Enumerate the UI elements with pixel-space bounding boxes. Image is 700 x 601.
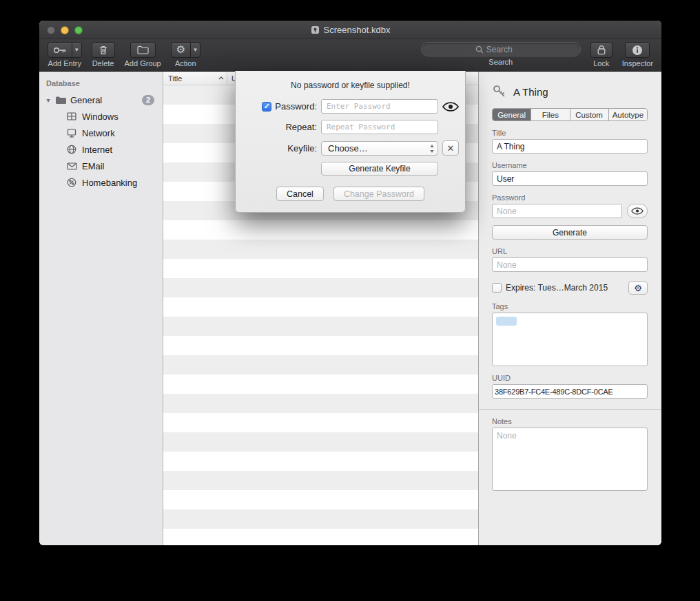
generate-keyfile-label: Generate Keyfile (349, 164, 410, 173)
eye-icon (631, 207, 644, 215)
popup-stepper-icon (429, 144, 435, 154)
url-input[interactable] (492, 257, 648, 272)
sidebar-group-general[interactable]: ▾ General 2 (39, 92, 163, 108)
sidebar-item-label: Windows (82, 112, 119, 122)
sidebar-item-network[interactable]: Network (39, 125, 163, 141)
search-field[interactable] (421, 42, 581, 56)
zoom-window-button[interactable] (74, 26, 83, 34)
search-input[interactable] (486, 45, 526, 54)
sidebar-item-label: Network (82, 128, 115, 138)
trash-icon (99, 45, 108, 55)
password-field-label: Password (492, 193, 648, 202)
tag-token[interactable] (496, 317, 517, 326)
password-label: Password: (275, 101, 317, 112)
entry-title: A Thing (513, 86, 548, 98)
inspector-toolbar-item: Inspector (622, 42, 653, 67)
sidebar-item-label: EMail (82, 161, 105, 171)
close-icon: ✕ (447, 143, 455, 154)
reveal-password-button[interactable] (627, 204, 648, 218)
repeat-label: Repeat: (285, 122, 317, 132)
sidebar: Database ▾ General 2 Windows (39, 72, 163, 545)
lock-button[interactable] (590, 42, 612, 58)
window-title-area: Screenshot.kdbx (311, 25, 391, 35)
dialog-message: No password or keyfile supplied! (236, 81, 465, 90)
keyfile-row-label: Keyfile: (287, 143, 317, 154)
change-password-button-label: Change Password (344, 189, 414, 199)
generate-keyfile-button[interactable]: Generate Keyfile (321, 162, 438, 176)
add-entry-dropdown-button[interactable]: ▾ (72, 43, 81, 57)
notes-placeholder: None (497, 431, 517, 441)
url-field-label: URL (492, 247, 648, 255)
expires-row: Expires: Tues…March 2015 ⚙ (492, 281, 648, 295)
sidebar-section-header: Database (39, 77, 163, 92)
title-input[interactable] (492, 139, 648, 154)
password-input[interactable] (492, 204, 622, 218)
action-button[interactable]: ⚙ ▾ (171, 42, 200, 58)
gear-icon: ⚙ (172, 43, 190, 57)
entry-header: A Thing (492, 84, 648, 99)
add-entry-button[interactable]: ▾ (48, 42, 82, 58)
inspector-panel: A Thing General Files Custom Autotype Ti… (478, 72, 661, 545)
search-icon (475, 45, 484, 54)
add-group-toolbar-item: Add Group (125, 42, 161, 67)
username-input[interactable] (492, 171, 648, 186)
expires-checkbox[interactable] (492, 283, 502, 293)
tab-general[interactable]: General (493, 109, 531, 120)
uuid-input[interactable] (492, 384, 648, 399)
globe-icon (66, 145, 77, 154)
window-title: Screenshot.kdbx (324, 25, 391, 35)
sidebar-item-windows[interactable]: Windows (39, 108, 163, 125)
notes-input[interactable]: None (492, 428, 648, 491)
cancel-button-label: Cancel (287, 189, 313, 199)
sidebar-item-internet[interactable]: Internet (39, 141, 163, 158)
envelope-icon (66, 162, 77, 170)
gear-icon: ⚙ (634, 284, 642, 293)
expires-options-button[interactable]: ⚙ (628, 281, 648, 295)
lock-toolbar-item: Lock (590, 42, 612, 67)
add-entry-label: Add Entry (48, 59, 81, 67)
change-password-button[interactable]: Change Password (333, 187, 424, 201)
tab-custom[interactable]: Custom (570, 109, 608, 120)
title-field-label: Title (492, 129, 648, 137)
sidebar-group-label: General (70, 95, 102, 105)
clear-keyfile-button[interactable]: ✕ (442, 140, 459, 156)
chevron-down-icon: ▾ (194, 47, 197, 53)
chevron-down-icon: ▾ (75, 47, 79, 53)
dialog-repeat-input[interactable] (321, 120, 438, 134)
notes-field-label: Notes (492, 417, 648, 425)
app-window: Screenshot.kdbx ▾ Add Entry (39, 21, 661, 545)
dialog-password-input[interactable] (321, 99, 438, 114)
tags-input[interactable] (492, 313, 648, 366)
tab-files[interactable]: Files (531, 109, 569, 120)
column-header-title[interactable]: Title (163, 72, 227, 85)
add-group-label: Add Group (125, 59, 161, 67)
keyfile-label: Keyfile: (287, 143, 317, 154)
tab-autotype[interactable]: Autotype (608, 109, 647, 120)
inspector-divider (479, 409, 661, 410)
sidebar-item-homebanking[interactable]: Homebanking (39, 174, 163, 191)
tags-field-label: Tags (492, 302, 648, 310)
inspector-button[interactable] (625, 42, 650, 58)
sidebar-item-email[interactable]: EMail (39, 158, 163, 174)
entry-count-badge: 2 (142, 95, 154, 105)
lock-icon (597, 45, 606, 55)
disclosure-triangle-icon[interactable]: ▾ (45, 96, 52, 104)
keyfile-popup-value: Choose… (328, 143, 368, 154)
minimize-window-button[interactable] (61, 26, 69, 34)
traffic-lights (47, 26, 83, 34)
titlebar[interactable]: Screenshot.kdbx (39, 21, 661, 39)
windows-icon (66, 112, 77, 120)
cancel-button[interactable]: Cancel (276, 187, 324, 201)
add-group-button[interactable] (130, 42, 156, 58)
generate-password-button[interactable]: Generate (492, 225, 648, 240)
keyfile-popup-button[interactable]: Choose… (321, 141, 438, 156)
action-dropdown-button[interactable]: ▾ (190, 43, 200, 57)
dialog-reveal-password-button[interactable] (442, 102, 459, 112)
delete-button[interactable] (92, 42, 115, 58)
uuid-field-label: UUID (492, 374, 648, 382)
delete-toolbar-item: Delete (92, 42, 115, 67)
close-window-button[interactable] (47, 26, 55, 34)
network-icon (66, 129, 77, 138)
password-checkbox[interactable] (262, 102, 271, 112)
document-proxy-icon (311, 25, 320, 34)
